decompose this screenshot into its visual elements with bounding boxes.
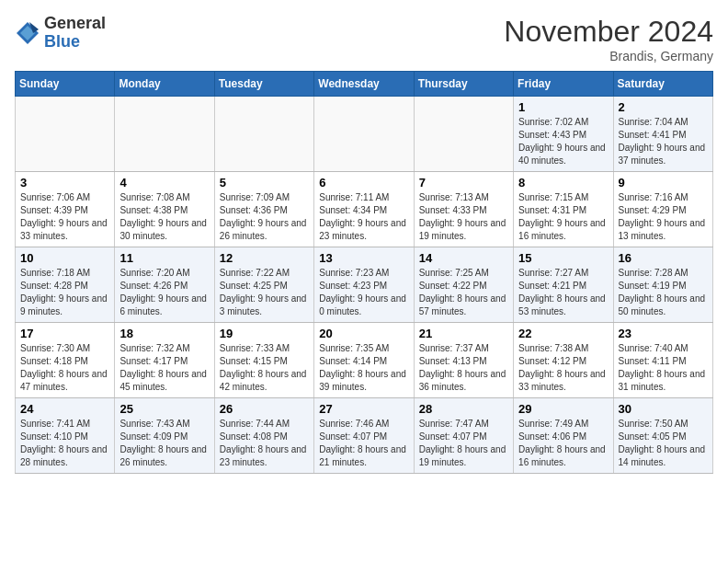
day-number: 21 <box>419 327 508 340</box>
day-info: Sunrise: 7:49 AM Sunset: 4:06 PM Dayligh… <box>518 418 608 469</box>
day-info: Sunrise: 7:04 AM Sunset: 4:41 PM Dayligh… <box>619 116 708 167</box>
calendar-cell: 3Sunrise: 7:06 AM Sunset: 4:39 PM Daylig… <box>16 172 115 247</box>
calendar-cell: 10Sunrise: 7:18 AM Sunset: 4:28 PM Dayli… <box>16 247 115 323</box>
day-number: 10 <box>20 251 109 265</box>
calendar-cell: 17Sunrise: 7:30 AM Sunset: 4:18 PM Dayli… <box>16 323 115 398</box>
column-header-thursday: Thursday <box>414 72 513 97</box>
calendar-cell: 28Sunrise: 7:47 AM Sunset: 4:07 PM Dayli… <box>414 398 513 474</box>
day-info: Sunrise: 7:11 AM Sunset: 4:34 PM Dayligh… <box>319 191 408 243</box>
day-info: Sunrise: 7:46 AM Sunset: 4:07 PM Dayligh… <box>319 418 408 469</box>
day-number: 3 <box>20 176 109 190</box>
calendar-cell: 20Sunrise: 7:35 AM Sunset: 4:14 PM Dayli… <box>314 323 414 398</box>
week-row-3: 10Sunrise: 7:18 AM Sunset: 4:28 PM Dayli… <box>16 247 713 323</box>
calendar-cell: 8Sunrise: 7:15 AM Sunset: 4:31 PM Daylig… <box>514 172 613 247</box>
day-number: 13 <box>319 251 408 265</box>
week-row-5: 24Sunrise: 7:41 AM Sunset: 4:10 PM Dayli… <box>16 398 713 474</box>
calendar-cell: 7Sunrise: 7:13 AM Sunset: 4:33 PM Daylig… <box>414 172 513 247</box>
calendar-cell: 22Sunrise: 7:38 AM Sunset: 4:12 PM Dayli… <box>514 323 613 398</box>
day-info: Sunrise: 7:09 AM Sunset: 4:36 PM Dayligh… <box>220 191 309 243</box>
day-number: 25 <box>119 402 209 416</box>
location: Brandis, Germany <box>504 49 713 63</box>
day-number: 29 <box>518 402 608 416</box>
day-number: 12 <box>220 251 309 265</box>
day-number: 28 <box>419 402 508 416</box>
day-number: 30 <box>619 402 708 416</box>
calendar-cell: 30Sunrise: 7:50 AM Sunset: 4:05 PM Dayli… <box>613 398 712 474</box>
day-number: 15 <box>518 251 608 265</box>
day-number: 8 <box>518 176 608 190</box>
calendar-cell: 12Sunrise: 7:22 AM Sunset: 4:25 PM Dayli… <box>214 247 313 323</box>
day-info: Sunrise: 7:23 AM Sunset: 4:23 PM Dayligh… <box>319 267 408 318</box>
logo-blue: Blue <box>44 32 80 51</box>
day-info: Sunrise: 7:41 AM Sunset: 4:10 PM Dayligh… <box>20 418 109 469</box>
day-info: Sunrise: 7:43 AM Sunset: 4:09 PM Dayligh… <box>119 418 209 469</box>
day-number: 11 <box>119 251 209 265</box>
day-info: Sunrise: 7:44 AM Sunset: 4:08 PM Dayligh… <box>220 418 309 469</box>
calendar-cell: 18Sunrise: 7:32 AM Sunset: 4:17 PM Dayli… <box>115 323 214 398</box>
week-row-4: 17Sunrise: 7:30 AM Sunset: 4:18 PM Dayli… <box>16 323 713 398</box>
calendar-cell: 6Sunrise: 7:11 AM Sunset: 4:34 PM Daylig… <box>314 172 414 247</box>
day-info: Sunrise: 7:27 AM Sunset: 4:21 PM Dayligh… <box>518 267 608 318</box>
column-header-tuesday: Tuesday <box>214 72 313 97</box>
day-number: 1 <box>518 100 608 114</box>
day-info: Sunrise: 7:38 AM Sunset: 4:12 PM Dayligh… <box>518 342 608 394</box>
calendar-cell: 19Sunrise: 7:33 AM Sunset: 4:15 PM Dayli… <box>214 323 313 398</box>
day-info: Sunrise: 7:40 AM Sunset: 4:11 PM Dayligh… <box>619 342 708 394</box>
calendar-cell: 13Sunrise: 7:23 AM Sunset: 4:23 PM Dayli… <box>314 247 414 323</box>
day-number: 5 <box>220 176 309 190</box>
calendar-cell <box>414 97 513 172</box>
day-info: Sunrise: 7:08 AM Sunset: 4:38 PM Dayligh… <box>119 191 209 243</box>
day-info: Sunrise: 7:30 AM Sunset: 4:18 PM Dayligh… <box>20 342 109 394</box>
title-area: November 2024 Brandis, Germany <box>504 15 713 63</box>
calendar-cell: 29Sunrise: 7:49 AM Sunset: 4:06 PM Dayli… <box>514 398 613 474</box>
calendar-cell <box>214 97 313 172</box>
day-info: Sunrise: 7:13 AM Sunset: 4:33 PM Dayligh… <box>419 191 508 243</box>
day-number: 14 <box>419 251 508 265</box>
day-info: Sunrise: 7:28 AM Sunset: 4:19 PM Dayligh… <box>619 267 708 318</box>
calendar-cell <box>314 97 414 172</box>
calendar-cell: 16Sunrise: 7:28 AM Sunset: 4:19 PM Dayli… <box>613 247 712 323</box>
calendar-cell: 14Sunrise: 7:25 AM Sunset: 4:22 PM Dayli… <box>414 247 513 323</box>
day-info: Sunrise: 7:22 AM Sunset: 4:25 PM Dayligh… <box>220 267 309 318</box>
calendar-table: SundayMondayTuesdayWednesdayThursdayFrid… <box>15 71 713 474</box>
column-header-friday: Friday <box>514 72 613 97</box>
header-row: SundayMondayTuesdayWednesdayThursdayFrid… <box>16 72 713 97</box>
logo-icon <box>15 20 40 46</box>
day-info: Sunrise: 7:25 AM Sunset: 4:22 PM Dayligh… <box>419 267 508 318</box>
day-number: 2 <box>619 100 708 114</box>
day-info: Sunrise: 7:18 AM Sunset: 4:28 PM Dayligh… <box>20 267 109 318</box>
day-number: 17 <box>20 327 109 340</box>
calendar-cell: 27Sunrise: 7:46 AM Sunset: 4:07 PM Dayli… <box>314 398 414 474</box>
day-info: Sunrise: 7:50 AM Sunset: 4:05 PM Dayligh… <box>619 418 708 469</box>
calendar-cell: 21Sunrise: 7:37 AM Sunset: 4:13 PM Dayli… <box>414 323 513 398</box>
calendar-cell: 11Sunrise: 7:20 AM Sunset: 4:26 PM Dayli… <box>115 247 214 323</box>
day-info: Sunrise: 7:20 AM Sunset: 4:26 PM Dayligh… <box>119 267 209 318</box>
week-row-1: 1Sunrise: 7:02 AM Sunset: 4:43 PM Daylig… <box>16 97 713 172</box>
calendar-cell: 26Sunrise: 7:44 AM Sunset: 4:08 PM Dayli… <box>214 398 313 474</box>
week-row-2: 3Sunrise: 7:06 AM Sunset: 4:39 PM Daylig… <box>16 172 713 247</box>
day-number: 16 <box>619 251 708 265</box>
day-number: 18 <box>119 327 209 340</box>
day-info: Sunrise: 7:33 AM Sunset: 4:15 PM Dayligh… <box>220 342 309 394</box>
day-info: Sunrise: 7:37 AM Sunset: 4:13 PM Dayligh… <box>419 342 508 394</box>
logo-general: General <box>44 14 106 32</box>
day-number: 23 <box>619 327 708 340</box>
calendar-cell: 2Sunrise: 7:04 AM Sunset: 4:41 PM Daylig… <box>613 97 712 172</box>
day-number: 26 <box>220 402 309 416</box>
calendar-cell <box>16 97 115 172</box>
calendar-cell: 4Sunrise: 7:08 AM Sunset: 4:38 PM Daylig… <box>115 172 214 247</box>
day-info: Sunrise: 7:32 AM Sunset: 4:17 PM Dayligh… <box>119 342 209 394</box>
day-info: Sunrise: 7:02 AM Sunset: 4:43 PM Dayligh… <box>518 116 608 167</box>
day-number: 24 <box>20 402 109 416</box>
calendar-cell: 1Sunrise: 7:02 AM Sunset: 4:43 PM Daylig… <box>514 97 613 172</box>
day-number: 20 <box>319 327 408 340</box>
day-number: 4 <box>119 176 209 190</box>
logo: General Blue <box>15 15 106 52</box>
day-number: 19 <box>220 327 309 340</box>
calendar-cell: 9Sunrise: 7:16 AM Sunset: 4:29 PM Daylig… <box>613 172 712 247</box>
calendar-cell: 25Sunrise: 7:43 AM Sunset: 4:09 PM Dayli… <box>115 398 214 474</box>
column-header-wednesday: Wednesday <box>314 72 414 97</box>
calendar-cell: 5Sunrise: 7:09 AM Sunset: 4:36 PM Daylig… <box>214 172 313 247</box>
day-number: 9 <box>619 176 708 190</box>
day-info: Sunrise: 7:15 AM Sunset: 4:31 PM Dayligh… <box>518 191 608 243</box>
